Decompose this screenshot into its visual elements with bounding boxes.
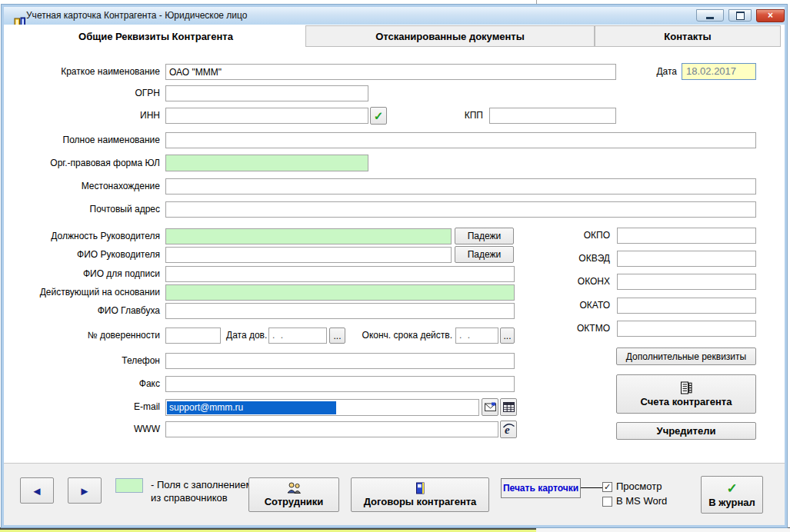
employees-icon [286,482,302,494]
signature-name-input[interactable] [165,266,515,282]
www-input[interactable] [165,421,498,437]
head-name-label: ФИО Руководителя [6,247,160,263]
contracts-label: Договоры контрагента [364,496,477,507]
head-name-input[interactable] [165,247,452,263]
maximize-button[interactable] [728,9,752,22]
connector-line [581,487,602,488]
chief-accountant-label: ФИО Главбуха [6,303,160,319]
inn-validate-button[interactable]: ✓ [370,107,387,125]
nav-previous-button[interactable]: ◄ [20,477,54,504]
head-position-label: Должность Руководителя [6,228,160,244]
screen: Учетная карточка Контрагента - Юридическ… [0,0,790,532]
full-name-label: Полное наименование [6,132,160,148]
tab-contacts[interactable]: Контакты [595,25,781,47]
arrow-right-icon: ► [79,484,91,497]
close-icon: × [768,10,773,22]
poa-date-label: Дата дов. [226,328,265,344]
nav-next-button[interactable]: ► [68,477,102,504]
email-selected-text: support@mmm.ru [167,401,336,414]
to-journal-label: В журнал [708,497,755,508]
oktmo-label: ОКТМО [533,321,610,337]
email-input[interactable]: support@mmm.ru [165,399,479,416]
counterparty-accounts-label: Счета контрагента [641,396,732,407]
date-input[interactable]: 18.02.2017 [682,63,756,80]
acting-basis-input[interactable] [165,284,515,301]
to-journal-button[interactable]: ✓ В журнал [701,476,763,514]
contracts-button[interactable]: Договоры контрагента [351,477,489,512]
phone-input[interactable] [165,353,515,369]
okato-input[interactable] [617,298,756,314]
signature-name-label: ФИО для подписи [6,266,160,282]
background-window-strip [536,527,790,532]
close-button[interactable]: × [756,9,785,22]
minimize-icon [706,17,714,19]
fax-input[interactable] [165,376,515,392]
legal-form-input[interactable] [165,155,368,171]
date-label: Дата [600,64,677,80]
okonh-input[interactable] [617,274,756,290]
short-name-input[interactable] [165,64,616,80]
kpp-label: КПП [427,108,483,124]
tab-general-details[interactable]: Общие Реквизиты Контрагента [6,25,305,47]
okato-label: ОКАТО [533,298,610,314]
phone-label: Телефон [6,353,160,369]
check-icon: ✓ [374,109,384,123]
inn-label: ИНН [6,108,160,124]
checkbox-check-icon: ✓ [604,482,611,491]
minimize-button[interactable] [696,9,724,22]
oktmo-input[interactable] [617,321,756,337]
send-email-button[interactable] [482,398,498,416]
cases-button-name[interactable]: Падежи [455,246,514,263]
okved-input[interactable] [617,251,756,267]
tab-scanned-documents[interactable]: Отсканированные документы [305,25,595,47]
internet-explorer-icon: e [502,423,515,436]
employees-label: Сотрудники [265,496,324,507]
print-card-button[interactable]: Печать карточки [501,478,581,498]
okpo-input[interactable] [617,228,756,244]
founders-button[interactable]: Учредители [616,422,756,440]
ms-word-checkbox[interactable] [602,497,612,507]
invoice-icon [680,381,692,394]
head-position-input[interactable] [165,228,452,244]
email-list-button[interactable] [500,398,517,416]
contract-book-icon [415,482,426,494]
window-title: Учетная карточка Контрагента - Юридическ… [26,7,247,25]
ogrn-label: ОГРН [6,85,160,101]
acting-basis-label: Действующий на основании [6,284,160,301]
www-label: WWW [6,421,160,437]
inn-input[interactable] [165,108,368,124]
preview-checkbox[interactable]: ✓ [602,482,612,492]
counterparty-accounts-button[interactable]: Счета контрагента [616,374,756,414]
legal-form-label: Орг.-правовая форма ЮЛ [6,155,160,171]
poa-expiry-picker-button[interactable]: ... [500,328,515,344]
open-browser-button[interactable]: e [500,421,517,438]
legend-green-swatch [115,478,143,493]
cases-button-position[interactable]: Падежи [455,228,514,244]
additional-details-button[interactable]: Дополнительные реквизиты [616,347,756,365]
poa-expiry-label: Оконч. срока действ. [345,328,452,344]
postal-address-input[interactable] [165,201,756,218]
employees-button[interactable]: Сотрудники [248,477,339,512]
table-icon [503,402,515,412]
chief-accountant-input[interactable] [165,303,515,319]
ogrn-input[interactable] [165,85,368,101]
check-icon: ✓ [726,482,737,495]
location-label: Местонахождение [6,178,160,195]
poa-date-picker-button[interactable]: ... [329,328,345,344]
location-input[interactable] [165,178,756,195]
poa-number-input[interactable] [165,328,221,344]
postal-address-label: Почтовый адрес [6,201,160,218]
envelope-icon [485,402,496,412]
kpp-input[interactable] [489,108,616,124]
okonh-label: ОКОНХ [533,274,610,290]
short-name-label: Краткое наименование [6,64,160,80]
background-window-strip [0,527,536,532]
okpo-label: ОКПО [533,228,610,244]
ms-word-checkbox-label: В MS Word [616,495,667,507]
maximize-icon [736,12,745,20]
arrow-left-icon: ◄ [32,484,43,497]
okved-label: ОКВЭД [533,251,610,267]
poa-expiry-input[interactable]: . . [455,328,498,344]
full-name-input[interactable] [165,132,756,148]
poa-date-input[interactable]: . . [268,328,327,344]
